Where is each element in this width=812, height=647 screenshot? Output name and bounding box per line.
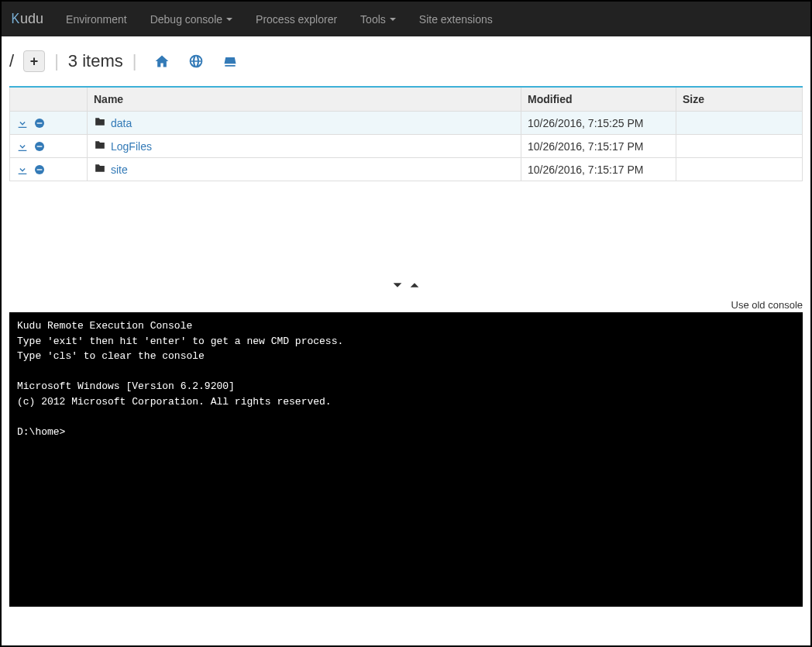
size-cell [676, 158, 803, 181]
chevron-down-icon[interactable] [391, 279, 404, 294]
separator: | [132, 51, 137, 71]
download-icon[interactable] [16, 140, 29, 153]
table-row[interactable]: site10/26/2016, 7:15:17 PM [10, 158, 803, 181]
svg-rect-1 [37, 122, 43, 123]
col-modified[interactable]: Modified [521, 87, 676, 112]
col-name[interactable]: Name [88, 87, 521, 112]
nav-environment[interactable]: Environment [54, 4, 139, 35]
modified-cell: 10/26/2016, 7:15:17 PM [521, 158, 676, 181]
globe-icon[interactable] [188, 53, 205, 70]
svg-rect-3 [37, 146, 43, 146]
folder-icon [94, 163, 106, 176]
toolbar: / + | 3 items | [2, 36, 810, 86]
nav-process-explorer[interactable]: Process explorer [244, 4, 349, 35]
col-size[interactable]: Size [676, 87, 803, 112]
download-icon[interactable] [16, 163, 29, 176]
modified-cell: 10/26/2016, 7:15:17 PM [521, 135, 676, 158]
file-table: Name Modified Size data10/26/2016, 7:15:… [9, 86, 803, 181]
add-button[interactable]: + [23, 50, 45, 72]
modified-cell: 10/26/2016, 7:15:25 PM [521, 112, 676, 135]
navbar: Kudu Environment Debug console Process e… [2, 2, 810, 36]
navbar-brand[interactable]: Kudu [11, 11, 54, 27]
items-count: 3 items [68, 51, 123, 71]
col-actions [10, 87, 88, 112]
remove-icon[interactable] [33, 163, 46, 176]
nav-tools[interactable]: Tools [349, 4, 408, 35]
table-row[interactable]: LogFiles10/26/2016, 7:15:17 PM [10, 135, 803, 158]
caret-down-icon [390, 18, 396, 21]
splitter [2, 274, 810, 298]
folder-icon [94, 139, 106, 153]
caret-down-icon [226, 18, 232, 21]
plus-icon: + [30, 53, 39, 70]
nav-site-extensions[interactable]: Site extensions [408, 4, 504, 35]
separator: | [54, 51, 59, 71]
disk-icon[interactable] [222, 53, 239, 70]
console[interactable]: Kudu Remote Execution Console Type 'exit… [9, 312, 803, 607]
size-cell [676, 135, 803, 158]
remove-icon[interactable] [33, 117, 46, 129]
table-row[interactable]: data10/26/2016, 7:15:25 PM [10, 112, 803, 135]
size-cell [676, 112, 803, 135]
file-name-link[interactable]: site [111, 163, 128, 176]
nav-debug-console[interactable]: Debug console [139, 4, 244, 35]
file-name-link[interactable]: LogFiles [111, 140, 152, 153]
use-old-console-link[interactable]: Use old console [2, 298, 810, 312]
download-icon[interactable] [16, 117, 29, 129]
svg-rect-5 [37, 169, 43, 170]
chevron-up-icon[interactable] [408, 279, 421, 294]
folder-icon [94, 116, 106, 129]
file-name-link[interactable]: data [111, 117, 132, 129]
home-icon[interactable] [153, 53, 170, 70]
breadcrumb-root[interactable]: / [9, 51, 14, 71]
remove-icon[interactable] [33, 140, 46, 153]
